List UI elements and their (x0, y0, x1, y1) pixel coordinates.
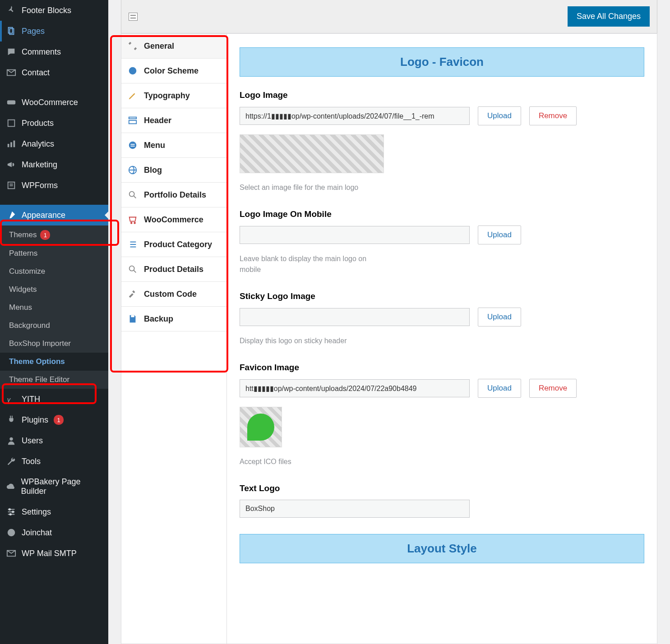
wp-menu-footer-blocks[interactable]: Footer Blocks (0, 0, 108, 21)
tab-label: Backup (144, 314, 173, 324)
tab-product-category[interactable]: Product Category (121, 232, 226, 257)
wp-menu-plugins[interactable]: Plugins1 (0, 409, 108, 430)
main-content: Save All Changes GeneralColor SchemeTypo… (108, 0, 670, 644)
wp-submenu-themes[interactable]: Themes1 (0, 225, 108, 244)
tab-label: Typography (144, 91, 190, 101)
wp-menu-wpforms[interactable]: WPForms (0, 175, 108, 196)
wp-menu-comments[interactable]: Comments (0, 41, 108, 62)
wp-menu-yith[interactable]: yYITH (0, 389, 108, 409)
wp-menu-marketing[interactable]: Marketing (0, 154, 108, 175)
burger-icon (128, 140, 138, 150)
tab-menu[interactable]: Menu (121, 133, 226, 158)
submenu-label: Menus (9, 303, 32, 312)
menu-label: Tools (22, 457, 41, 466)
logo-image-input[interactable] (240, 107, 470, 125)
wp-submenu-boxshop-importer[interactable]: BoxShop Importer (0, 335, 108, 353)
menu-label: Marketing (22, 160, 57, 170)
tab-general[interactable]: General (121, 34, 226, 59)
field-logo-image: Logo Image Upload Remove Select an image… (240, 90, 644, 193)
wp-submenu: Themes1PatternsCustomizeWidgetsMenusBack… (0, 225, 108, 389)
tab-custom-code[interactable]: Custom Code (121, 282, 226, 307)
wp-menu-settings[interactable]: Settings (0, 501, 108, 522)
svg-point-19 (129, 192, 134, 197)
svg-point-12 (9, 514, 11, 515)
remove-button[interactable]: Remove (529, 106, 577, 125)
field-favicon: Favicon Image Upload Remove Accept ICO f… (240, 363, 644, 467)
update-badge: 1 (54, 415, 64, 425)
text-logo-input[interactable] (240, 500, 470, 518)
menu-label: WooCommerce (22, 98, 78, 107)
svg-rect-6 (14, 141, 15, 147)
sliders-icon (6, 507, 16, 517)
field-label: Favicon Image (240, 363, 644, 373)
wp-submenu-patterns[interactable]: Patterns (0, 244, 108, 262)
wp-submenu-widgets[interactable]: Widgets (0, 281, 108, 299)
submenu-label: Themes (9, 230, 37, 239)
wp-submenu-customize[interactable]: Customize (0, 262, 108, 281)
field-help: Accept ICO files (240, 456, 384, 467)
submenu-label: Customize (9, 267, 45, 276)
field-help: Select an image file for the main logo (240, 182, 384, 193)
tab-portfolio-details[interactable]: Portfolio Details (121, 183, 226, 207)
svg-point-13 (8, 529, 15, 537)
wp-submenu-background[interactable]: Background (0, 317, 108, 335)
wp-menu-users[interactable]: Users (0, 430, 108, 451)
svg-point-20 (131, 222, 132, 224)
wp-menu-tools[interactable]: Tools (0, 451, 108, 472)
save-all-button[interactable]: Save All Changes (568, 6, 650, 27)
tab-label: Menu (144, 141, 165, 150)
svg-rect-15 (129, 117, 137, 119)
wp-submenu-theme-file-editor[interactable]: Theme File Editor (0, 371, 108, 389)
wp-submenu-theme-options[interactable]: Theme Options (0, 353, 108, 371)
svg-point-11 (12, 511, 14, 513)
submenu-label: Background (9, 321, 50, 330)
favicon-input[interactable] (240, 379, 470, 397)
upload-button[interactable]: Upload (478, 308, 521, 327)
logo-mobile-input[interactable] (240, 226, 470, 244)
form-icon (6, 180, 16, 190)
wp-menu-woocommerce[interactable]: WooCommerce (0, 92, 108, 113)
user-icon (6, 436, 16, 446)
field-label: Logo Image On Mobile (240, 209, 644, 219)
zoom-icon (128, 264, 138, 274)
upload-button[interactable]: Upload (478, 225, 521, 244)
remove-button[interactable]: Remove (529, 379, 577, 398)
collapse-icon[interactable] (129, 13, 138, 21)
field-label: Text Logo (240, 483, 644, 493)
wp-menu-products[interactable]: Products (0, 113, 108, 133)
options-topbar: Save All Changes (121, 0, 657, 34)
svg-rect-5 (10, 142, 12, 147)
pages-icon (6, 26, 16, 36)
wp-menu-pages[interactable]: Pages (0, 21, 108, 41)
wp-submenu-menus[interactable]: Menus (0, 299, 108, 317)
tab-color-scheme[interactable]: Color Scheme (121, 59, 226, 83)
megaphone-icon (6, 160, 16, 170)
menu-label: Contact (22, 68, 50, 78)
wp-menu-wpbakery-page-builder[interactable]: WPBakery Page Builder (0, 472, 108, 501)
field-label: Sticky Logo Image (240, 291, 644, 301)
wp-admin-sidebar: Footer BlocksPagesCommentsContactWooComm… (0, 0, 108, 644)
section-title: Logo - Favicon (400, 55, 484, 69)
tab-typography[interactable]: Typography (121, 83, 226, 108)
wp-menu-joinchat[interactable]: Joinchat (0, 522, 108, 543)
menu-label: WP Mail SMTP (22, 549, 77, 558)
logo-sticky-input[interactable] (240, 308, 470, 326)
tab-header[interactable]: Header (121, 108, 226, 133)
tab-backup[interactable]: Backup (121, 307, 226, 331)
hammer-icon (128, 289, 138, 299)
update-badge: 1 (40, 230, 50, 240)
wp-menu-contact[interactable]: Contact (0, 62, 108, 83)
wp-menu-appearance[interactable]: Appearance (0, 205, 108, 225)
field-help: Display this logo on sticky header (240, 336, 384, 346)
tab-woocommerce[interactable]: WooCommerce (121, 207, 226, 232)
wp-menu-wp-mail-smtp[interactable]: WP Mail SMTP (0, 543, 108, 564)
upload-button[interactable]: Upload (478, 379, 521, 398)
wp-menu-analytics[interactable]: Analytics (0, 133, 108, 154)
tab-product-details[interactable]: Product Details (121, 257, 226, 282)
tab-blog[interactable]: Blog (121, 158, 226, 183)
upload-button[interactable]: Upload (478, 106, 521, 125)
menu-label: Appearance (22, 211, 65, 220)
menu-label: WPForms (22, 181, 58, 190)
svg-point-9 (9, 437, 13, 441)
tab-label: Blog (144, 166, 162, 175)
